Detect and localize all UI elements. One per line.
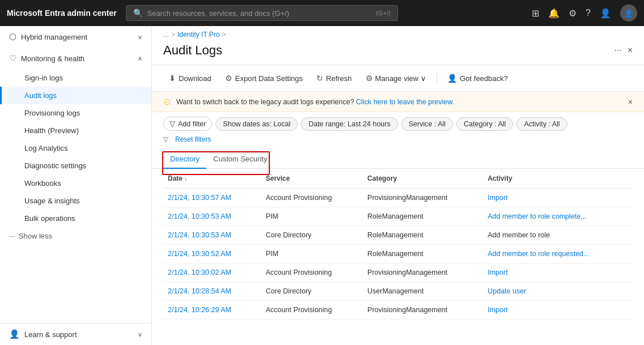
avatar[interactable]: 👤 — [620, 5, 637, 22]
cell-category-3: RoleManagement — [363, 245, 483, 263]
table-row: 2/1/24, 10:28:54 AM Core Directory UserM… — [163, 282, 633, 301]
cell-category-4: ProvisioningManagement — [363, 263, 483, 282]
sidebar-item-diagnostic[interactable]: Diagnostic settings — [0, 157, 151, 174]
cell-service-4: Account Provisioning — [261, 263, 363, 282]
avatar-initials: 👤 — [624, 9, 633, 18]
cell-date-1[interactable]: 2/1/24, 10:30:53 AM — [163, 207, 261, 226]
sidebar-audit-label: Audit logs — [24, 91, 57, 100]
sidebar-footer: 👤 Learn & support ∨ — [0, 323, 151, 345]
banner-close-button[interactable]: × — [628, 97, 633, 107]
cell-date-6[interactable]: 2/1/24, 10:26:29 AM — [163, 301, 261, 320]
col-category[interactable]: Category — [363, 169, 483, 189]
sidebar-item-workbooks[interactable]: Workbooks — [0, 174, 151, 192]
filter-icon: ▽ — [170, 120, 175, 128]
cell-date-0[interactable]: 2/1/24, 10:30:57 AM — [163, 189, 261, 207]
help-icon[interactable]: ? — [586, 8, 591, 18]
reset-filters-row: ▽ Reset filters — [152, 133, 644, 148]
sidebar-item-provisioning[interactable]: Provisioning logs — [0, 104, 151, 122]
sidebar-learn-support[interactable]: 👤 Learn & support ∨ — [0, 323, 151, 345]
search-bar[interactable]: 🔍 (G+/) — [126, 5, 398, 21]
sidebar-section-hybrid[interactable]: ⬡ Hybrid management ∨ — [0, 26, 151, 48]
sidebar-item-bulk[interactable]: Bulk operations — [0, 210, 151, 227]
sidebar-signin-label: Sign-in logs — [24, 74, 63, 82]
breadcrumb: ... > Identity IT Pro > — [152, 26, 644, 41]
chevron-down-footer-icon: ∨ — [138, 331, 142, 338]
cell-date-5[interactable]: 2/1/24, 10:28:54 AM — [163, 282, 261, 301]
cell-category-5: UserManagement — [363, 282, 483, 301]
tab-directory[interactable]: Directory — [163, 150, 206, 169]
sidebar-diagnostic-label: Diagnostic settings — [24, 161, 86, 170]
feedback-button[interactable]: 👤 Got feedback? — [442, 71, 514, 86]
filter-chip-daterange[interactable]: Date range: Last 24 hours — [301, 117, 398, 131]
cell-activity-1[interactable]: Add member to role complete... — [483, 207, 633, 226]
table-row: 2/1/24, 10:30:53 AM PIM RoleManagement A… — [163, 207, 633, 226]
cell-date-4[interactable]: 2/1/24, 10:30:02 AM — [163, 263, 261, 282]
cell-activity-4[interactable]: Import — [483, 263, 633, 282]
learn-icon: 👤 — [9, 329, 20, 339]
breadcrumb-dots[interactable]: ... — [163, 31, 169, 39]
sidebar: ⬡ Hybrid management ∨ ♡ Monitoring & hea… — [0, 26, 152, 345]
sidebar-item-signin[interactable]: Sign-in logs — [0, 69, 151, 87]
content-area: ... > Identity IT Pro > Audit Logs ··· ×… — [152, 26, 644, 345]
table-area: Date ↓ Service Category Activity — [152, 169, 644, 345]
export-button[interactable]: ⚙ Export Data Settings — [219, 71, 308, 86]
cell-date-2[interactable]: 2/1/24, 10:30:53 AM — [163, 226, 261, 245]
settings-icon[interactable]: ⚙ — [569, 8, 577, 19]
breadcrumb-identity[interactable]: Identity IT Pro — [177, 31, 219, 39]
cell-category-2: RoleManagement — [363, 226, 483, 245]
bell-icon[interactable]: 🔔 — [548, 8, 560, 19]
manage-view-button[interactable]: ⚙ Manage view ∨ — [360, 71, 433, 86]
col-activity[interactable]: Activity — [483, 169, 633, 189]
feedback-nav-icon[interactable]: 👤 — [600, 8, 611, 19]
sidebar-section-monitoring[interactable]: ♡ Monitoring & health ∧ — [0, 48, 151, 69]
cell-activity-3[interactable]: Add member to role requested... — [483, 245, 633, 263]
banner-link[interactable]: Click here to leave the preview. — [356, 98, 454, 106]
cell-category-1: RoleManagement — [363, 207, 483, 226]
breadcrumb-sep-1: > — [171, 31, 175, 39]
filter-chip-service[interactable]: Service : All — [401, 117, 453, 131]
sidebar-show-less[interactable]: ··· Show less — [0, 227, 151, 245]
sidebar-item-usage[interactable]: Usage & insights — [0, 192, 151, 210]
filter-chip-dates[interactable]: Show dates as: Local — [215, 117, 298, 131]
table-row: 2/1/24, 10:26:29 AM Account Provisioning… — [163, 301, 633, 320]
cell-activity-0[interactable]: Import — [483, 189, 633, 207]
col-service[interactable]: Service — [261, 169, 363, 189]
add-filter-button[interactable]: ▽ Add filter — [163, 117, 212, 131]
page-menu-icon[interactable]: ··· — [614, 45, 621, 56]
sort-date-icon: ↓ — [184, 176, 187, 182]
filter-chip-category[interactable]: Category : All — [456, 117, 513, 131]
sidebar-learn-label: Learn & support — [24, 330, 77, 339]
add-filter-label: Add filter — [178, 120, 206, 128]
download-button[interactable]: ⬇ Download — [163, 71, 217, 86]
cell-service-3: PIM — [261, 245, 363, 263]
filter-chip-activity[interactable]: Activity : All — [516, 117, 567, 131]
manage-view-chevron-icon: ∨ — [421, 74, 426, 83]
cell-date-3[interactable]: 2/1/24, 10:30:52 AM — [163, 245, 261, 263]
tab-custom-security[interactable]: Custom Security — [206, 150, 274, 169]
table-row: 2/1/24, 10:30:57 AM Account Provisioning… — [163, 189, 633, 207]
sidebar-item-audit[interactable]: Audit logs — [0, 87, 151, 104]
col-date[interactable]: Date ↓ — [163, 169, 261, 189]
search-input[interactable] — [147, 9, 372, 18]
cell-activity-5[interactable]: Update user — [483, 282, 633, 301]
download-icon: ⬇ — [169, 74, 176, 83]
portal-icon[interactable]: ⊞ — [532, 8, 539, 19]
manage-view-label: Manage view — [375, 74, 419, 83]
refresh-button[interactable]: ↻ Refresh — [311, 71, 358, 86]
page-header: Audit Logs ··· × — [152, 41, 644, 65]
reset-filters-button[interactable]: Reset filters — [171, 134, 215, 144]
close-button[interactable]: × — [628, 45, 633, 56]
sidebar-item-loganalytics[interactable]: Log Analytics — [0, 139, 151, 157]
monitoring-icon: ♡ — [9, 53, 16, 63]
sidebar-item-health[interactable]: Health (Preview) — [0, 122, 151, 139]
chevron-down-icon: ∨ — [138, 33, 142, 41]
page-title: Audit Logs — [163, 43, 608, 58]
filter-bar: ▽ Add filter Show dates as: Local Date r… — [152, 112, 644, 133]
sidebar-usage-label: Usage & insights — [24, 197, 80, 205]
cell-service-1: PIM — [261, 207, 363, 226]
refresh-icon: ↻ — [316, 74, 323, 83]
cell-activity-6[interactable]: Import — [483, 301, 633, 320]
manage-view-icon: ⚙ — [366, 74, 373, 83]
cell-service-5: Core Directory — [261, 282, 363, 301]
top-nav: Microsoft Entra admin center 🔍 (G+/) ⊞ 🔔… — [0, 0, 644, 26]
